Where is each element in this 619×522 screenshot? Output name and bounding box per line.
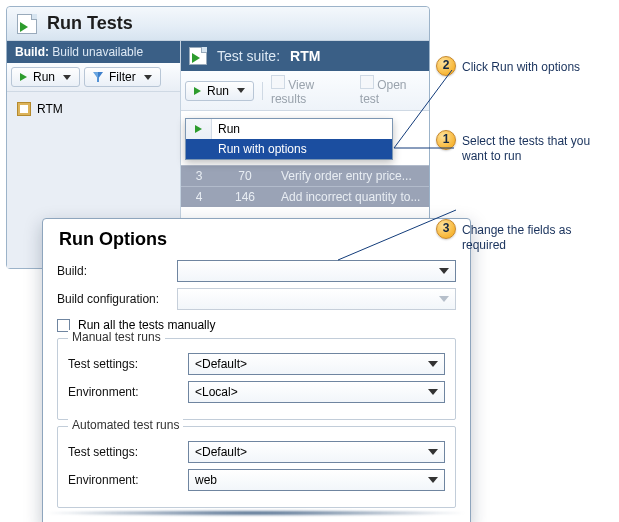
callout-text: Click Run with options [462, 60, 580, 74]
callout-2: 2 Click Run with options [440, 60, 610, 76]
manual-test-runs-group: Manual test runs Test settings: <Default… [57, 338, 456, 420]
build-strip: Build: Build unavailable [7, 41, 180, 63]
manual-legend: Manual test runs [68, 330, 165, 344]
callout-text: Change the fields as required [462, 223, 571, 253]
pane-run-button[interactable]: Run [185, 81, 254, 101]
buildcfg-field-label: Build configuration: [57, 292, 177, 306]
menu-item-run[interactable]: Run [186, 119, 392, 139]
callout-bubble: 2 [436, 56, 456, 76]
sidebar-run-button[interactable]: Run [11, 67, 80, 87]
suite-label: Test suite: [217, 48, 280, 64]
tree-item-label: RTM [37, 102, 63, 116]
cell-n: 3 [189, 169, 209, 183]
view-results-button[interactable]: View results [271, 75, 348, 106]
sidebar-toolbar: Run Filter [7, 63, 180, 92]
tree-item-rtm[interactable]: RTM [13, 100, 174, 118]
menu-item-label: Run with options [218, 142, 307, 156]
pane-toolbar: Run View results Open test [181, 71, 429, 111]
results-icon [271, 75, 285, 89]
chevron-down-icon [428, 361, 438, 367]
build-combo[interactable] [177, 260, 456, 282]
callout-bubble: 1 [436, 130, 456, 150]
auto-settings-label: Test settings: [68, 445, 188, 459]
chevron-down-icon [237, 88, 245, 93]
chevron-down-icon [63, 75, 71, 80]
build-configuration-combo [177, 288, 456, 310]
auto-settings-value: <Default> [195, 445, 247, 459]
sidebar-filter-label: Filter [109, 70, 136, 84]
cell-n: 4 [189, 190, 209, 204]
suite-icon [17, 102, 31, 116]
chevron-down-icon [428, 389, 438, 395]
manual-env-label: Environment: [68, 385, 188, 399]
titlebar: Run Tests [7, 7, 429, 41]
dialog-title: Run Options [59, 229, 456, 250]
pane-header: Test suite: RTM [181, 41, 429, 71]
auto-env-label: Environment: [68, 473, 188, 487]
callout-bubble: 3 [436, 219, 456, 239]
sidebar-filter-button[interactable]: Filter [84, 67, 161, 87]
manual-environment-combo[interactable]: <Local> [188, 381, 445, 403]
auto-legend: Automated test runs [68, 418, 183, 432]
open-icon [360, 75, 374, 89]
manual-settings-value: <Default> [195, 357, 247, 371]
manual-settings-label: Test settings: [68, 357, 188, 371]
cell-id: 146 [227, 190, 263, 204]
chevron-down-icon [428, 477, 438, 483]
separator [262, 82, 263, 100]
funnel-icon [93, 72, 103, 82]
sidebar-run-label: Run [33, 70, 55, 84]
cell-id: 70 [227, 169, 263, 183]
suite-header-icon [189, 47, 207, 65]
build-value: Build unavailable [52, 45, 143, 59]
callouts: 2 Click Run with options 1 Select the te… [440, 60, 610, 312]
play-icon [20, 73, 27, 81]
window-title: Run Tests [47, 13, 133, 34]
pane-run-label: Run [207, 84, 229, 98]
cell-title: Verify order entry price... [281, 169, 421, 183]
table-row[interactable]: 4 146 Add incorrect quantity to... [181, 186, 429, 207]
auto-test-settings-combo[interactable]: <Default> [188, 441, 445, 463]
table-row[interactable]: 3 70 Verify order entry price... [181, 165, 429, 186]
callout-text: Select the tests that you want to run [462, 134, 590, 164]
run-dropdown-menu: Run Run with options [185, 118, 393, 160]
build-label: Build: [15, 45, 49, 59]
run-tests-app-icon [17, 14, 37, 34]
test-grid: 3 70 Verify order entry price... 4 146 A… [181, 165, 429, 207]
automated-test-runs-group: Automated test runs Test settings: <Defa… [57, 426, 456, 508]
build-field-label: Build: [57, 264, 177, 278]
cell-title: Add incorrect quantity to... [281, 190, 421, 204]
manual-env-value: <Local> [195, 385, 238, 399]
run-options-dialog: Run Options Build: Build configuration: … [42, 218, 471, 522]
callout-3: 3 Change the fields as required [440, 223, 610, 254]
open-test-button[interactable]: Open test [360, 75, 425, 106]
menu-item-label: Run [218, 122, 240, 136]
callout-1: 1 Select the tests that you want to run [440, 134, 610, 165]
auto-environment-combo[interactable]: web [188, 469, 445, 491]
dialog-shadow [40, 510, 471, 516]
auto-env-value: web [195, 473, 217, 487]
play-icon [194, 87, 201, 95]
suite-name: RTM [290, 48, 320, 64]
play-icon [195, 125, 202, 133]
chevron-down-icon [428, 449, 438, 455]
manual-test-settings-combo[interactable]: <Default> [188, 353, 445, 375]
chevron-down-icon [144, 75, 152, 80]
menu-item-run-with-options[interactable]: Run with options [186, 139, 392, 159]
